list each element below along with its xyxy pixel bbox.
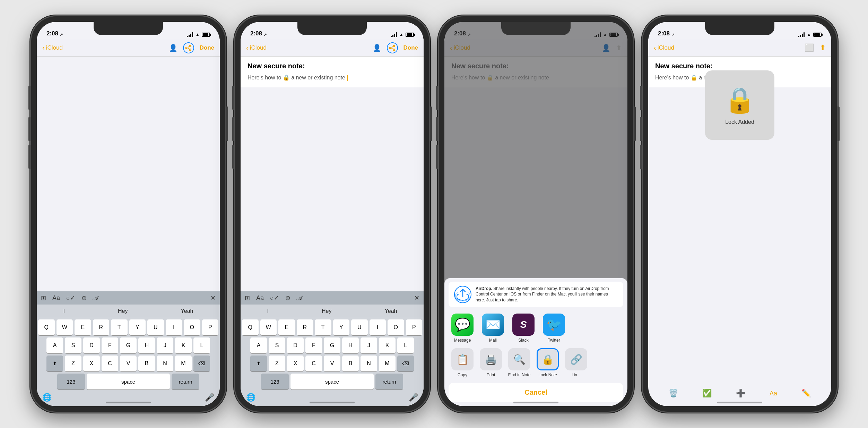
key-H-2[interactable]: H bbox=[342, 337, 359, 353]
share-sheet-3[interactable]: AirDrop. Share instantly with people nea… bbox=[444, 278, 627, 406]
note-content-2[interactable]: New secure note: Here's how to 🔒 a new o… bbox=[241, 57, 424, 87]
key-delete[interactable]: ⌫ bbox=[193, 356, 210, 371]
pen-icon-2[interactable]: 𝒜 bbox=[297, 294, 302, 302]
key-M[interactable]: M bbox=[175, 356, 192, 371]
key-R-2[interactable]: R bbox=[297, 319, 313, 335]
close-keyboard-icon-1[interactable]: ✕ bbox=[210, 294, 216, 302]
key-B[interactable]: B bbox=[138, 356, 155, 371]
key-P-2[interactable]: P bbox=[406, 319, 423, 335]
plus-icon-1[interactable]: ⊕ bbox=[81, 294, 87, 302]
key-T-2[interactable]: T bbox=[315, 319, 331, 335]
plus-icon-2[interactable]: ⊕ bbox=[285, 294, 290, 302]
keyboard-2[interactable]: ⊞ Aa ○✓ ⊕ 𝒜 ✕ I Hey Yeah Q W E R bbox=[241, 291, 424, 406]
share-app-slack[interactable]: S Slack bbox=[511, 314, 536, 343]
prediction-I-2[interactable]: I bbox=[263, 307, 273, 316]
text-format-icon-2[interactable]: Aa bbox=[256, 294, 264, 302]
add-icon-4[interactable]: ➕ bbox=[736, 389, 745, 398]
key-P[interactable]: P bbox=[202, 319, 219, 335]
table-icon-1[interactable]: ⊞ bbox=[41, 294, 46, 302]
back-button-4[interactable]: ‹ iCloud bbox=[654, 44, 674, 52]
key-G[interactable]: G bbox=[120, 337, 137, 353]
key-return[interactable]: return bbox=[172, 374, 199, 390]
share-icon-left-4[interactable]: ⬜ bbox=[805, 43, 814, 52]
key-E-2[interactable]: E bbox=[278, 319, 295, 335]
key-U[interactable]: U bbox=[147, 319, 164, 335]
prediction-I-1[interactable]: I bbox=[59, 307, 69, 316]
pencil-icon-4[interactable]: ✏️ bbox=[801, 389, 811, 398]
key-Q-2[interactable]: Q bbox=[242, 319, 259, 335]
key-S[interactable]: S bbox=[65, 337, 81, 353]
share-button-2[interactable] bbox=[387, 42, 398, 53]
share-icon-right-4[interactable]: ⬆ bbox=[819, 43, 826, 52]
text-format-icon-1[interactable]: Aa bbox=[52, 294, 60, 302]
share-app-twitter[interactable]: 🐦 Twitter bbox=[541, 314, 566, 343]
key-O-2[interactable]: O bbox=[388, 319, 404, 335]
key-W[interactable]: W bbox=[57, 319, 73, 335]
prediction-yeah-1[interactable]: Yeah bbox=[177, 307, 198, 316]
key-S-2[interactable]: S bbox=[269, 337, 285, 353]
key-Y[interactable]: Y bbox=[129, 319, 146, 335]
mic-icon-1[interactable]: 🎤 bbox=[205, 393, 214, 402]
key-N[interactable]: N bbox=[157, 356, 173, 371]
key-123-2[interactable]: 123 bbox=[261, 374, 289, 390]
key-K-2[interactable]: K bbox=[379, 337, 396, 353]
check-icon-2[interactable]: ○✓ bbox=[270, 294, 279, 302]
share-app-mail[interactable]: ✉️ Mail bbox=[480, 314, 505, 343]
key-A-2[interactable]: A bbox=[250, 337, 267, 353]
prediction-yeah-2[interactable]: Yeah bbox=[381, 307, 401, 316]
key-space[interactable]: space bbox=[87, 374, 170, 390]
key-L-2[interactable]: L bbox=[397, 337, 414, 353]
keyboard-1[interactable]: ⊞ Aa ○✓ ⊕ 𝒜 ✕ I Hey Yeah Q W E R bbox=[37, 291, 220, 406]
prediction-hey-2[interactable]: Hey bbox=[318, 307, 336, 316]
done-button-1[interactable]: Done bbox=[200, 44, 215, 51]
key-Z-2[interactable]: Z bbox=[269, 356, 285, 371]
key-X[interactable]: X bbox=[83, 356, 100, 371]
close-keyboard-icon-2[interactable]: ✕ bbox=[414, 294, 419, 302]
key-J-2[interactable]: J bbox=[361, 337, 377, 353]
key-D[interactable]: D bbox=[83, 337, 100, 353]
key-T[interactable]: T bbox=[111, 319, 128, 335]
globe-icon-1[interactable]: 🌐 bbox=[42, 393, 52, 402]
action-find[interactable]: 🔍 Find in Note bbox=[507, 348, 532, 377]
key-I-2[interactable]: I bbox=[370, 319, 386, 335]
key-E[interactable]: E bbox=[75, 319, 91, 335]
check-icon-1[interactable]: ○✓ bbox=[66, 294, 75, 302]
key-Z[interactable]: Z bbox=[65, 356, 81, 371]
key-M-2[interactable]: M bbox=[379, 356, 396, 371]
key-W-2[interactable]: W bbox=[260, 319, 277, 335]
key-H[interactable]: H bbox=[138, 337, 155, 353]
key-C-2[interactable]: C bbox=[305, 356, 322, 371]
person-icon-2[interactable]: 👤 bbox=[373, 44, 381, 52]
key-L[interactable]: L bbox=[193, 337, 210, 353]
mic-icon-2[interactable]: 🎤 bbox=[409, 393, 418, 402]
action-print[interactable]: 🖨️ Print bbox=[478, 348, 503, 377]
action-link[interactable]: 🔗 Lin... bbox=[564, 348, 589, 377]
key-A[interactable]: A bbox=[46, 337, 63, 353]
key-J[interactable]: J bbox=[157, 337, 173, 353]
key-U-2[interactable]: U bbox=[351, 319, 368, 335]
key-X-2[interactable]: X bbox=[287, 356, 304, 371]
key-Q[interactable]: Q bbox=[38, 319, 55, 335]
back-button-2[interactable]: ‹ iCloud bbox=[246, 44, 267, 52]
key-I[interactable]: I bbox=[166, 319, 182, 335]
key-G-2[interactable]: G bbox=[324, 337, 340, 353]
action-copy[interactable]: 📋 Copy bbox=[450, 348, 475, 377]
action-lock-note[interactable]: 🔒 Lock Note bbox=[535, 348, 560, 377]
key-N-2[interactable]: N bbox=[361, 356, 377, 371]
key-R[interactable]: R bbox=[93, 319, 110, 335]
share-app-message[interactable]: 💬 Message bbox=[450, 314, 475, 343]
prediction-hey-1[interactable]: Hey bbox=[114, 307, 132, 316]
trash-icon-4[interactable]: 🗑️ bbox=[669, 389, 678, 398]
key-V-2[interactable]: V bbox=[324, 356, 340, 371]
key-D-2[interactable]: D bbox=[287, 337, 304, 353]
key-F-2[interactable]: F bbox=[305, 337, 322, 353]
key-space-2[interactable]: space bbox=[290, 374, 374, 390]
globe-icon-2[interactable]: 🌐 bbox=[246, 393, 255, 402]
pen-icon-1[interactable]: 𝒜 bbox=[93, 294, 98, 302]
done-button-2[interactable]: Done bbox=[403, 44, 418, 51]
key-K[interactable]: K bbox=[175, 337, 192, 353]
key-C[interactable]: C bbox=[102, 356, 118, 371]
check-circle-icon-4[interactable]: ✅ bbox=[702, 389, 712, 398]
table-icon-2[interactable]: ⊞ bbox=[245, 294, 250, 302]
back-button-1[interactable]: ‹ iCloud bbox=[42, 44, 63, 52]
